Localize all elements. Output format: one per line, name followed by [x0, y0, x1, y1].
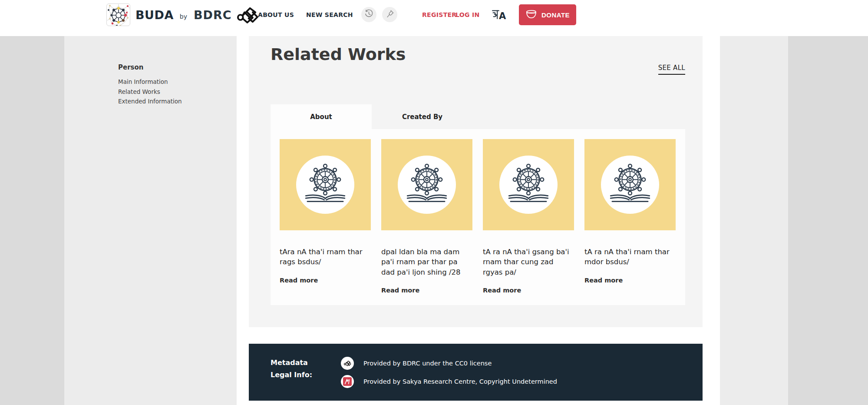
- register-link[interactable]: REGISTER: [422, 11, 456, 18]
- work-card[interactable]: tA ra nA tha'i rnam thar mdor bsdus/ Rea…: [584, 139, 676, 305]
- work-card[interactable]: tA ra nA tha'i gsang ba'i rnam thar cung…: [483, 139, 574, 305]
- works-tabs: About Created By: [271, 104, 473, 129]
- work-thumbnail[interactable]: [584, 139, 676, 230]
- pin-button[interactable]: [382, 7, 397, 22]
- work-thumbnail[interactable]: [381, 139, 472, 230]
- brand-by: by: [180, 13, 187, 20]
- work-title[interactable]: tA ra nA tha'i rnam thar mdor bsdus/: [584, 247, 676, 267]
- tab-about[interactable]: About: [271, 104, 372, 129]
- language-icon[interactable]: A: [492, 9, 507, 23]
- work-thumbnail[interactable]: [280, 139, 371, 230]
- dharma-wheel-book-icon: [606, 162, 654, 208]
- work-thumbnail[interactable]: [483, 139, 574, 230]
- metadata-legal-footer: Metadata Legal Info: Provided by BDRC un…: [249, 344, 703, 401]
- brand-buda: BUDA: [135, 8, 174, 22]
- see-all-link[interactable]: SEE ALL: [658, 64, 685, 75]
- dharma-wheel-book-icon: [301, 162, 350, 208]
- donate-button[interactable]: DONATE: [519, 4, 576, 25]
- work-title[interactable]: tAra nA tha'i rnam thar rags bsdus/: [280, 247, 371, 267]
- svg-text:A: A: [499, 11, 506, 21]
- history-button[interactable]: [361, 7, 376, 22]
- legal-text: Provided by Sakya Research Centre, Copyr…: [363, 378, 557, 385]
- work-title[interactable]: tA ra nA tha'i gsang ba'i rnam thar cung…: [483, 247, 574, 277]
- work-card[interactable]: dpal ldan bla ma dam pa'i rnam par thar …: [381, 139, 472, 305]
- legal-row-bdrc: Provided by BDRC under the CC0 license: [341, 357, 557, 370]
- pin-icon: [386, 10, 394, 20]
- sidebar-item-extended-information[interactable]: Extended Information: [118, 96, 205, 106]
- outer-background-right: [788, 36, 868, 405]
- works-card-list: tAra nA tha'i rnam thar rags bsdus/ Read…: [271, 129, 685, 305]
- brand-bdrc: BDRC: [194, 8, 232, 22]
- top-header: BUDA by BDRC ABOUT US NEW SEARCH REGISTE…: [0, 0, 868, 30]
- sidebar-heading-person: Person: [118, 63, 205, 71]
- read-more-link[interactable]: Read more: [584, 277, 676, 284]
- page-title: Related Works: [271, 45, 406, 64]
- legal-rows: Provided by BDRC under the CC0 license P…: [341, 357, 557, 401]
- work-title[interactable]: dpal ldan bla ma dam pa'i rnam par thar …: [381, 247, 472, 277]
- legal-row-sakya: Provided by Sakya Research Centre, Copyr…: [341, 375, 557, 388]
- legal-heading: Metadata Legal Info:: [271, 357, 341, 401]
- sakya-logo-icon: [341, 375, 354, 388]
- buda-home-link[interactable]: BUDA by BDRC: [106, 3, 259, 26]
- nav-about-us[interactable]: ABOUT US: [258, 11, 294, 18]
- read-more-link[interactable]: Read more: [381, 287, 472, 294]
- work-card[interactable]: tAra nA tha'i rnam thar rags bsdus/ Read…: [280, 139, 371, 305]
- dharma-wheel-book-icon: [403, 162, 451, 208]
- nav-new-search[interactable]: NEW SEARCH: [306, 11, 353, 18]
- alms-bowl-icon: [525, 10, 537, 20]
- header-gap: [0, 30, 868, 36]
- sidebar-item-related-works[interactable]: Related Works: [118, 87, 205, 97]
- endless-knot-icon: [237, 6, 259, 24]
- outer-background-left: [0, 36, 64, 405]
- read-more-link[interactable]: Read more: [280, 277, 371, 284]
- sidebar-item-main-information[interactable]: Main Information: [118, 77, 205, 87]
- page-outline-sidebar: Person Main Information Related Works Ex…: [118, 63, 205, 106]
- bdrc-knot-icon: [341, 357, 354, 370]
- history-icon: [364, 9, 373, 20]
- read-more-link[interactable]: Read more: [483, 287, 574, 294]
- buda-network-logo-icon: [106, 3, 130, 26]
- tab-created-by[interactable]: Created By: [372, 104, 473, 129]
- related-works-panel: Related Works SEE ALL About Created By t…: [249, 36, 703, 327]
- dharma-wheel-book-icon: [504, 162, 553, 208]
- donate-label: DONATE: [541, 11, 570, 19]
- legal-text: Provided by BDRC under the CC0 license: [363, 360, 492, 367]
- login-link[interactable]: LOG IN: [455, 11, 479, 18]
